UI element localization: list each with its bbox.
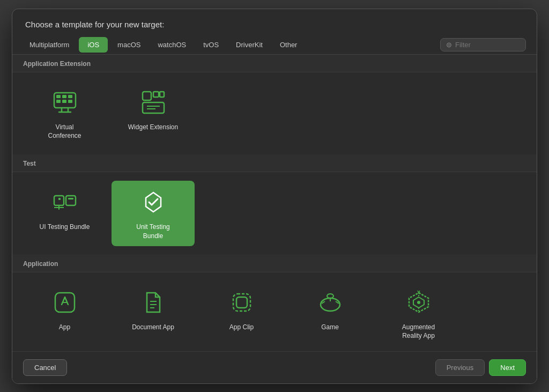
tab-driverkit[interactable]: DriverKit — [227, 37, 271, 53]
item-ui-testing-bundle[interactable]: UI Testing Bundle — [23, 181, 106, 246]
svg-rect-2 — [62, 95, 66, 98]
section-header-application-extension: Application Extension — [12, 55, 537, 72]
tab-tvos[interactable]: tvOS — [195, 37, 227, 53]
item-widget-extension[interactable]: Widget Extension — [112, 81, 195, 146]
document-app-icon — [137, 286, 169, 319]
test-grid: UI Testing Bundle Unit TestingBundle — [12, 172, 537, 255]
ui-testing-bundle-icon — [49, 186, 81, 218]
item-unit-testing-bundle[interactable]: Unit TestingBundle — [112, 181, 195, 246]
svg-rect-12 — [160, 92, 164, 97]
svg-rect-10 — [143, 92, 151, 100]
widget-extension-icon — [137, 86, 169, 119]
augmented-reality-icon — [403, 286, 435, 319]
item-virtual-conference-label: VirtualConference — [48, 123, 81, 141]
item-app-clip-label: App Clip — [229, 323, 254, 332]
item-unit-testing-bundle-label: Unit TestingBundle — [136, 223, 169, 241]
app-icon — [49, 286, 81, 319]
filter-icon: ⊜ — [446, 41, 452, 49]
svg-rect-5 — [62, 100, 66, 103]
virtual-conference-icon — [49, 86, 81, 119]
item-augmented-reality[interactable]: AugmentedReality App — [377, 281, 460, 346]
item-document-app-label: Document App — [132, 323, 174, 332]
item-game-label: Game — [321, 323, 339, 332]
tab-ios[interactable]: iOS — [79, 37, 108, 53]
section-header-test: Test — [12, 154, 537, 172]
svg-rect-6 — [68, 100, 72, 103]
app-clip-icon — [226, 286, 258, 319]
svg-rect-16 — [54, 196, 64, 205]
dialog-title: Choose a template for your new target: — [12, 9, 537, 35]
svg-rect-3 — [68, 95, 72, 98]
cancel-button[interactable]: Cancel — [23, 359, 67, 376]
item-ui-testing-bundle-label: UI Testing Bundle — [40, 223, 90, 232]
item-document-app[interactable]: Document App — [112, 281, 195, 346]
template-chooser-dialog: Choose a template for your new target: M… — [12, 9, 537, 384]
svg-rect-17 — [66, 196, 76, 205]
svg-rect-18 — [58, 198, 61, 200]
previous-button[interactable]: Previous — [435, 359, 485, 376]
svg-rect-28 — [236, 297, 247, 308]
tab-other[interactable]: Other — [271, 37, 306, 53]
svg-rect-11 — [153, 92, 159, 97]
tab-macos[interactable]: macOS — [109, 37, 149, 53]
item-augmented-label: AugmentedReality App — [402, 323, 435, 341]
item-app-clip[interactable]: App Clip — [200, 281, 283, 346]
svg-rect-1 — [56, 95, 61, 98]
svg-rect-19 — [68, 198, 73, 199]
item-app-label: App — [59, 323, 70, 332]
tab-multiplatform[interactable]: Multiplatform — [21, 37, 78, 53]
filter-input[interactable] — [455, 41, 520, 49]
content-area: Application Extension — [12, 55, 537, 351]
next-button[interactable]: Next — [489, 359, 526, 376]
item-virtual-conference[interactable]: VirtualConference — [23, 81, 106, 146]
unit-testing-bundle-icon — [137, 186, 169, 218]
application-extension-grid: VirtualConference Widget Extension — [12, 72, 537, 155]
tab-bar: Multiplatform iOS macOS watchOS tvOS Dri… — [12, 35, 537, 55]
section-header-application: Application — [12, 255, 537, 272]
game-icon — [314, 286, 346, 319]
item-app[interactable]: App — [23, 281, 106, 346]
item-widget-extension-label: Widget Extension — [128, 123, 178, 132]
application-grid: App Document App — [12, 272, 537, 351]
item-game[interactable]: Game — [288, 281, 372, 346]
svg-point-38 — [417, 301, 420, 304]
filter-box: ⊜ — [440, 38, 526, 51]
tab-watchos[interactable]: watchOS — [149, 37, 195, 53]
svg-rect-4 — [56, 100, 61, 103]
dialog-footer: Cancel Previous Next — [12, 351, 537, 383]
svg-rect-13 — [143, 102, 164, 113]
